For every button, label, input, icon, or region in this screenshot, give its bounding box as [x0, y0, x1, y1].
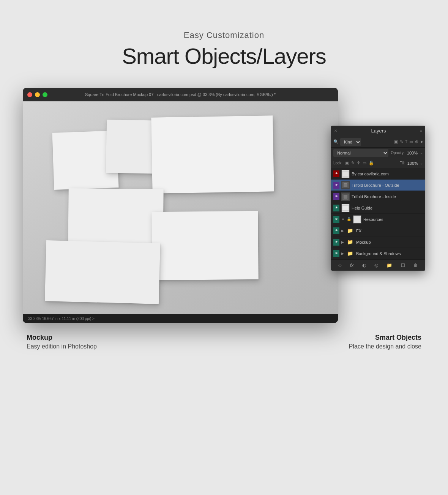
close-button[interactable]: [27, 92, 32, 97]
layers-toolbar: ∞ fx ◐ ◎ 📁 ☐ 🗑: [331, 259, 425, 271]
layers-panel-title: Layers: [371, 128, 386, 134]
filter-kind-select[interactable]: Kind: [340, 138, 361, 146]
expand-arrow-5[interactable]: ▶: [341, 229, 344, 233]
layers-panel-header: ✕ Layers ≡: [331, 126, 425, 136]
layers-filter-row: 🔍 Kind ▣ ✎ T ▭ ⊕ ●: [331, 136, 425, 148]
eye-icon-7: 👁: [335, 252, 338, 255]
caption-left-title: Mockup: [27, 334, 97, 342]
canvas-area: [23, 101, 338, 314]
layers-menu-icon[interactable]: ≡: [420, 129, 422, 133]
lock-all-icon[interactable]: 🔒: [369, 161, 374, 166]
subtitle: Easy Customization: [122, 30, 326, 40]
header-section: Easy Customization Smart Objects/Layers: [122, 30, 326, 69]
opacity-arrow[interactable]: ⌄: [420, 151, 423, 155]
lock-artboard-icon[interactable]: ▭: [363, 161, 366, 166]
eye-icon-4: 👁: [335, 218, 338, 221]
eye-icon-6: 👁: [335, 240, 338, 244]
caption-right: Smart Objects Place the design and close: [349, 334, 421, 350]
layer-name-4: Resources: [363, 217, 423, 222]
eye-bg-purple-2: 👁: [333, 193, 339, 200]
filter-pixel-icon[interactable]: ▣: [394, 139, 398, 144]
layer-name-3: Help Guide: [352, 206, 423, 210]
layer-eye-6[interactable]: 👁: [333, 239, 339, 245]
layer-eye-2[interactable]: 👁: [333, 194, 339, 200]
layer-name-5: FX: [356, 229, 423, 233]
filter-smart-icon[interactable]: ⊕: [415, 139, 418, 144]
layer-eye-0[interactable]: 👁: [333, 171, 339, 177]
main-title: Smart Objects/Layers: [122, 43, 326, 69]
layers-panel[interactable]: ✕ Layers ≡ 🔍 Kind ▣ ✎ T ▭ ⊕ ● Normal: [331, 126, 425, 271]
layer-name-7: Background & Shadows: [356, 251, 423, 256]
lock-paint-icon[interactable]: ✎: [351, 161, 355, 166]
folder-button[interactable]: 📁: [386, 263, 392, 268]
eye-bg-purple-1: 👁: [333, 182, 339, 189]
eye-bg-teal-3: 👁: [333, 205, 339, 211]
caption-right-title: Smart Objects: [349, 334, 421, 342]
expand-arrow-7[interactable]: ▶: [341, 252, 344, 255]
layer-item-5[interactable]: 👁 ▶ 📁 FX: [331, 225, 425, 236]
lock-icon-4: 🔒: [347, 217, 351, 221]
layer-eye-7[interactable]: 👁: [333, 251, 339, 257]
eye-icon-1: 👁: [335, 183, 338, 187]
layer-eye-4[interactable]: 👁: [333, 216, 339, 222]
lock-move-icon[interactable]: ✛: [357, 161, 360, 166]
fill-arrow[interactable]: ⌄: [420, 161, 423, 165]
minimize-button[interactable]: [35, 92, 40, 97]
filter-shape-icon[interactable]: ▭: [409, 139, 413, 144]
zoom-level: 33.33% 16.667 in x 11.11 in (300 ppi) >: [28, 317, 95, 321]
new-layer-button[interactable]: ☐: [401, 263, 405, 268]
adjustment-button[interactable]: ◎: [374, 263, 378, 268]
paper-sheet-5: [151, 211, 259, 280]
layer-item-4[interactable]: 👁 ▼ 🔒 Resources: [331, 214, 425, 225]
filter-dot-icon[interactable]: ●: [420, 139, 423, 144]
layer-eye-3[interactable]: 👁: [333, 205, 339, 211]
layer-item-3[interactable]: 👁 Help Guide: [331, 202, 425, 214]
filter-type-icon[interactable]: T: [405, 139, 408, 144]
layer-item-2[interactable]: 👁 Trifold Brochure - Inside: [331, 191, 425, 202]
opacity-value: 100%: [407, 151, 418, 155]
delete-button[interactable]: 🗑: [413, 263, 418, 268]
layer-thumb-5: 📁: [346, 227, 354, 235]
layer-item-7[interactable]: 👁 ▶ 📁 Background & Shadows: [331, 248, 425, 259]
eye-bg-teal-7: 👁: [333, 250, 339, 257]
layer-name-1: Trifold Brochure - Outside: [352, 183, 423, 188]
layers-lock-row: Lock: ▣ ✎ ✛ ▭ 🔒 Fill: 100% ⌄: [331, 158, 425, 168]
layer-eye-1[interactable]: 👁: [333, 182, 339, 188]
maximize-button[interactable]: [43, 92, 47, 97]
caption-right-text: Place the design and close: [349, 343, 421, 350]
captions-row: Mockup Easy edition in Photoshop Smart O…: [23, 334, 425, 350]
mac-statusbar: 33.33% 16.667 in x 11.11 in (300 ppi) >: [23, 314, 338, 323]
layer-item-6[interactable]: 👁 ▶ 📁 Mockup: [331, 236, 425, 248]
layer-item-selected[interactable]: 👁 Trifold Brochure - Outside: [331, 180, 425, 191]
paper-sheet-3: [151, 115, 274, 194]
layer-name-2: Trifold Brochure - Inside: [352, 194, 423, 199]
expand-arrow-6[interactable]: ▶: [341, 240, 344, 244]
panel-close-icon[interactable]: ✕: [334, 129, 337, 133]
layer-thumb-4: [353, 215, 361, 224]
fill-label: Fill:: [399, 161, 405, 165]
layer-thumb-1: [341, 181, 350, 189]
caption-left-text: Easy edition in Photoshop: [27, 343, 97, 350]
link-button[interactable]: ∞: [338, 263, 342, 268]
paper-container: [23, 101, 338, 314]
layer-item[interactable]: 👁 By carlosviloria.com: [331, 168, 425, 180]
fx-button[interactable]: fx: [350, 263, 353, 268]
layer-thumb-0: [341, 170, 350, 178]
filter-brush-icon[interactable]: ✎: [400, 139, 403, 144]
layer-eye-5[interactable]: 👁: [333, 228, 339, 234]
mac-window: Square Tri-Fold Brochure Mockup 07 - car…: [23, 88, 338, 323]
search-icon: 🔍: [333, 139, 339, 144]
eye-icon-0: 👁: [335, 172, 338, 175]
lock-label: Lock:: [333, 161, 342, 165]
eye-icon-5: 👁: [335, 229, 338, 232]
fill-value: 100%: [407, 161, 418, 166]
eye-bg-teal-5: 👁: [333, 227, 339, 234]
layers-list: 👁 By carlosviloria.com 👁: [331, 168, 425, 259]
mac-titlebar: Square Tri-Fold Brochure Mockup 07 - car…: [23, 88, 338, 101]
lock-transparency-icon[interactable]: ▣: [345, 161, 349, 166]
blend-mode-select[interactable]: Normal: [333, 149, 388, 157]
expand-arrow-4[interactable]: ▼: [341, 218, 345, 221]
opacity-label: Opacity:: [391, 151, 405, 155]
mask-button[interactable]: ◐: [362, 263, 366, 268]
eye-icon-2: 👁: [335, 195, 338, 198]
